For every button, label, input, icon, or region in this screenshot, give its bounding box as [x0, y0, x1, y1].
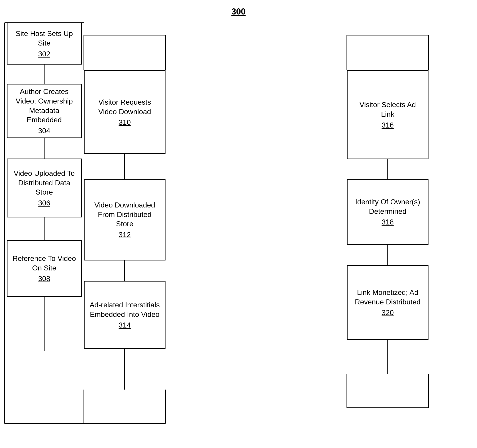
node-304: Author Creates Video; Ownership Metadata…	[7, 84, 82, 138]
node-316: Visitor Selects Ad Link 316	[347, 70, 429, 159]
node-312: Video Downloaded From Distributed Store …	[84, 179, 166, 261]
node-318: Identity Of Owner(s) Determined 318	[347, 179, 429, 244]
diagram-container: 300	[0, 0, 477, 448]
node-302: Site Host Sets Up Site 302	[7, 23, 82, 64]
diagram-title: 300	[231, 7, 245, 17]
node-310: Visitor Requests Video Download 310	[84, 70, 166, 154]
node-320: Link Monetized; Ad Revenue Distributed 3…	[347, 265, 429, 340]
node-306: Video Uploaded To Distributed Data Store…	[7, 158, 82, 217]
node-308: Reference To Video On Site 308	[7, 240, 82, 297]
node-314: Ad-related Interstitials Embedded Into V…	[84, 281, 166, 349]
